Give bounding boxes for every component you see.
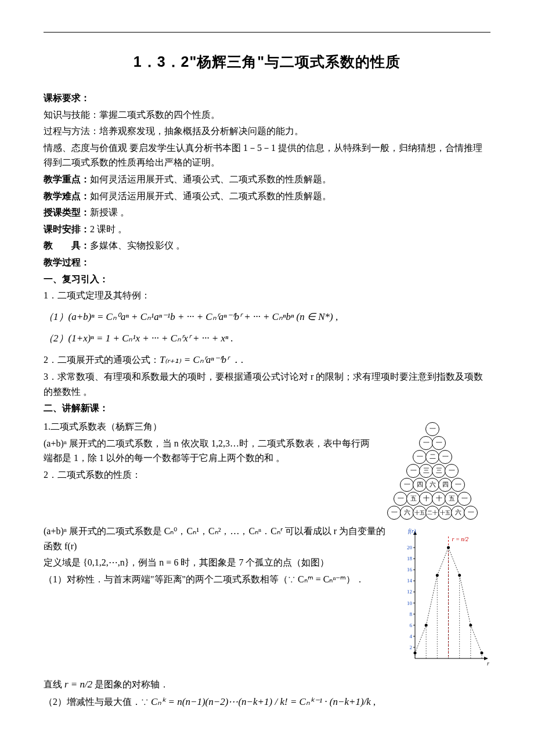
pascal-cell: 十五 xyxy=(413,506,427,520)
text-axis-pre: 直线 xyxy=(44,679,64,689)
svg-text:18: 18 xyxy=(407,556,413,561)
pascal-row: 一五十十五一 xyxy=(374,490,490,506)
svg-text:8: 8 xyxy=(410,611,413,617)
pascal-cell: 十五 xyxy=(438,506,452,520)
svg-line-32 xyxy=(471,625,482,653)
text-period: 2 课时 。 xyxy=(90,224,127,234)
text-tools: 多媒体、实物投影仪 。 xyxy=(90,240,185,250)
page: 1．3．2"杨辉三角"与二项式系数的性质 课标要求： 知识与技能：掌握二项式系数… xyxy=(0,0,534,746)
heading-kebiao: 课标要求： xyxy=(44,91,490,106)
svg-text:20: 20 xyxy=(407,545,413,550)
pascal-cell: 二十 xyxy=(425,506,439,520)
svg-text:12: 12 xyxy=(407,589,412,595)
svg-line-28 xyxy=(426,575,437,625)
pascal-cell: 一 xyxy=(387,506,401,520)
line-theorem: 1．二项式定理及其特例： xyxy=(44,288,490,303)
col-chart-text: (a+b)ⁿ 展开式的二项式系数是 Cₙ⁰，Cₙ¹，Cₙ²，…，Cₙⁿ．Cₙʳ … xyxy=(44,522,395,588)
svg-text:f(r): f(r) xyxy=(408,528,416,535)
line-period: 课时安排：2 课时 。 xyxy=(44,222,490,237)
text-type: 新授课 。 xyxy=(90,207,129,217)
svg-point-43 xyxy=(447,546,450,549)
formula-1: （1）(a+b)ⁿ = Cₙ⁰aⁿ + Cₙ¹aⁿ⁻¹b + ··· + Cₙʳ… xyxy=(44,309,490,325)
svg-point-42 xyxy=(436,574,439,577)
pascal-row: 一六十五二十十五六一 xyxy=(374,504,490,520)
line-monotone: （2）增减性与最大值．∵ Cₙᵏ = n(n−1)(n−2)⋯(n−k+1) /… xyxy=(44,694,490,710)
svg-line-31 xyxy=(460,575,471,625)
pascal-row: 一一 xyxy=(374,434,490,450)
svg-point-41 xyxy=(425,624,428,627)
line-property-heading: 2．二项式系数的性质： xyxy=(44,467,370,483)
line-domain: 定义域是 {0,1,2,⋯,n}，例当 n = 6 时，其图象是 7 个孤立的点… xyxy=(44,555,390,570)
pascal-row: 一三三一 xyxy=(374,462,490,478)
pascal-row: 一四六四一 xyxy=(374,476,490,492)
line-table-desc: (a+b)ⁿ 展开式的二项式系数，当 n 依次取 1,2,3…时，二项式系数表，… xyxy=(44,436,370,466)
line-coeff: (a+b)ⁿ 展开式的二项式系数是 Cₙ⁰，Cₙ¹，Cₙ²，…，Cₙⁿ．Cₙʳ … xyxy=(44,524,390,553)
svg-point-40 xyxy=(414,651,417,654)
pascal-cell: 六 xyxy=(400,506,414,520)
svg-point-45 xyxy=(469,624,472,627)
text-difficulty: 如何灵活运用展开式、通项公式、二项式系数的性质解题。 xyxy=(90,191,331,201)
formula-2: （2）(1+x)ⁿ = 1 + Cₙ¹x + ··· + Cₙʳxʳ + ···… xyxy=(44,330,490,346)
text-mono-post: , xyxy=(371,697,376,707)
label-focus: 教学重点： xyxy=(44,174,90,184)
line-table-heading: 1.二项式系数表（杨辉三角） xyxy=(44,419,370,434)
svg-line-30 xyxy=(449,548,460,575)
label-tools: 教 具： xyxy=(44,240,90,250)
label-period: 课时安排： xyxy=(44,224,90,234)
svg-text:r: r xyxy=(487,660,489,667)
text-general-pre: 2．二项展开式的通项公式： xyxy=(44,355,160,365)
label-kebiao: 课标要求： xyxy=(44,93,90,103)
svg-line-27 xyxy=(415,625,426,653)
label-type: 授课类型： xyxy=(44,207,90,217)
line-symmetry: （1）对称性．与首末两端"等距离"的两个二项式系数相等（∵ Cₙᵐ = Cₙⁿ⁻… xyxy=(44,572,390,587)
heading-process: 教学过程： xyxy=(44,255,490,270)
col-pascal-img: 一一一一二一一三三一一四六四一一五十十五一一六十五二十十五六一 xyxy=(374,417,490,522)
formula-mono: Cₙᵏ = n(n−1)(n−2)⋯(n−k+1) / k! = Cₙᵏ⁻¹ ·… xyxy=(151,696,371,707)
svg-text:6: 6 xyxy=(410,622,413,628)
formula-axis: r = n/2 xyxy=(64,679,92,690)
pascal-cell: 一 xyxy=(464,506,478,520)
svg-text:16: 16 xyxy=(407,567,413,573)
label-review: 一、复习引入： xyxy=(44,274,109,284)
label-new: 二、讲解新课： xyxy=(44,403,109,413)
heading-new: 二、讲解新课： xyxy=(44,401,490,416)
formula-3: T₍ᵣ₊₁₎ = Cₙʳaⁿ⁻ʳbʳ ．. xyxy=(160,354,244,365)
svg-point-44 xyxy=(458,574,461,577)
label-process: 教学过程： xyxy=(44,257,90,267)
text-mono-pre: （2）增减性与最大值．∵ xyxy=(44,697,151,707)
line-constant: 3．求常数项、有理项和系数最大的项时，要根据通项公式讨论对 r 的限制；求有理项… xyxy=(44,369,490,399)
para-attitude: 情感、态度与价值观 要启发学生认真分析书本图 1－5－1 提供的信息，从特殊到一… xyxy=(44,141,490,170)
line-type: 授课类型：新授课 。 xyxy=(44,205,490,220)
document-title: 1．3．2"杨辉三角"与二项式系数的性质 xyxy=(44,50,490,73)
line-axis: 直线 r = n/2 是图象的对称轴． xyxy=(44,676,490,692)
text-axis-post: 是图象的对称轴． xyxy=(92,679,169,689)
svg-text:10: 10 xyxy=(407,600,413,606)
label-difficulty: 教学难点： xyxy=(44,191,90,201)
para-process: 过程与方法：培养观察发现，抽象概括及分析解决问题的能力。 xyxy=(44,124,490,139)
text-focus: 如何灵活运用展开式、通项公式、二项式系数的性质解题。 xyxy=(90,174,331,184)
svg-line-29 xyxy=(437,548,448,575)
svg-text:r = n/2: r = n/2 xyxy=(452,536,468,542)
pascal-cell: 六 xyxy=(451,506,465,520)
svg-point-46 xyxy=(481,651,484,654)
col-chart-img: 2468101214161820f(r)rr = n/2 xyxy=(395,522,490,675)
line-general-term: 2．二项展开式的通项公式：T₍ᵣ₊₁₎ = Cₙʳaⁿ⁻ʳbʳ ．. xyxy=(44,352,490,368)
heading-review: 一、复习引入： xyxy=(44,272,490,287)
row-chart: (a+b)ⁿ 展开式的二项式系数是 Cₙ⁰，Cₙ¹，Cₙ²，…，Cₙⁿ．Cₙʳ … xyxy=(44,522,490,675)
line-tools: 教 具：多媒体、实物投影仪 。 xyxy=(44,238,490,253)
para-knowledge: 知识与技能：掌握二项式系数的四个性质。 xyxy=(44,107,490,123)
top-rule xyxy=(44,32,490,33)
pascal-row: 一二一 xyxy=(374,448,490,464)
pascal-row: 一 xyxy=(374,420,490,436)
line-focus: 教学重点：如何灵活运用展开式、通项公式、二项式系数的性质解题。 xyxy=(44,172,490,187)
col-pascal-text: 1.二项式系数表（杨辉三角） (a+b)ⁿ 展开式的二项式系数，当 n 依次取 … xyxy=(44,417,374,484)
svg-text:14: 14 xyxy=(407,578,413,584)
row-pascal: 1.二项式系数表（杨辉三角） (a+b)ⁿ 展开式的二项式系数，当 n 依次取 … xyxy=(44,417,490,522)
pascal-triangle-figure: 一一一一二一一三三一一四六四一一五十十五一一六十五二十十五六一 xyxy=(374,420,490,522)
function-plot-figure: 2468101214161820f(r)rr = n/2 xyxy=(395,525,490,670)
svg-text:2: 2 xyxy=(410,645,413,650)
svg-text:4: 4 xyxy=(410,633,413,639)
line-difficulty: 教学难点：如何灵活运用展开式、通项公式、二项式系数的性质解题。 xyxy=(44,189,490,204)
